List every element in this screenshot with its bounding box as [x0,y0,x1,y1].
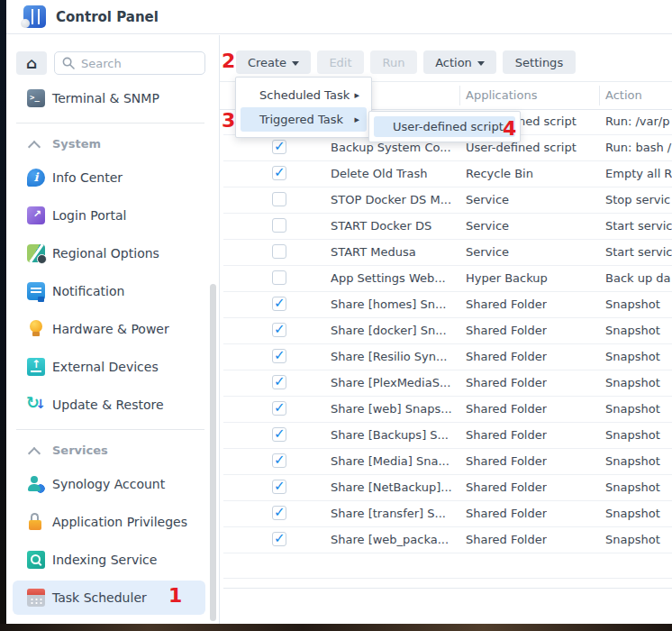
row-checkbox[interactable] [272,506,286,520]
row-checkbox[interactable] [272,297,286,311]
cell-task-name: Share [transfer] S... [331,501,446,526]
sidebar-section-system[interactable]: System [6,130,219,159]
cell-task-name: Share [Resilio Syn... [331,344,447,370]
cell-application: Shared Folder [466,344,547,370]
sidebar-item-info-center[interactable]: Info Center [6,159,219,197]
cell-task-name: Share [PlexMediaS... [331,370,450,396]
cell-application: Service [466,187,509,213]
sidebar-item-notification[interactable]: Notification [6,272,219,310]
row-checkbox[interactable] [272,192,286,206]
row-checkbox[interactable] [272,218,286,233]
table-grid-line [223,578,672,579]
row-checkbox[interactable] [272,349,286,363]
cell-task-name: STOP Docker DS M... [331,187,451,213]
annotation-step-3: 3 [222,111,235,131]
table-row[interactable]: App Settings Web... Hyper Backup Back up… [223,266,672,292]
sidebar-item-application-privileges[interactable]: Application Privileges [6,503,219,541]
run-button[interactable]: Run [370,50,417,74]
table-row[interactable]: Share [homes] Sn... Shared Folder Snapsh… [223,292,672,318]
search-icon [62,57,75,69]
menu-item-scheduled-task[interactable]: Scheduled Task ▸ [241,83,367,107]
cell-application: Shared Folder [466,370,547,396]
table-row[interactable]: START Docker DS Service Start servic [223,214,672,240]
sidebar-item-task-scheduler[interactable]: Task Scheduler [6,579,219,617]
table-row[interactable]: Share [PlexMediaS... Shared Folder Snaps… [223,370,672,397]
row-checkbox[interactable] [272,375,286,389]
table-row[interactable]: Share [NetBackup]... Shared Folder Snaps… [223,475,672,501]
table-row[interactable]: Share [Media] Sna... Shared Folder Snaps… [223,449,672,475]
home-button[interactable]: ⌂ [16,51,47,75]
cell-action: Snapshot [605,449,672,474]
sidebar-item-synology-account[interactable]: Synology Account [6,465,219,503]
column-header-action[interactable]: Action [605,82,642,109]
sidebar-item-terminal-snmp[interactable]: Terminal & SNMP [6,79,219,117]
cell-task-name: Share [web_packa... [331,527,449,553]
desktop-background: Control Panel ⌂ Termina [0,0,672,631]
table-row[interactable]: START Medusa Service Start servic [223,240,672,266]
sidebar-item-update-restore[interactable]: Update & Restore [6,386,219,424]
row-checkbox[interactable] [272,323,286,337]
row-checkbox[interactable] [272,532,286,546]
column-header-applications[interactable]: Applications [466,82,537,109]
column-separator [599,86,600,105]
cell-application: Shared Folder [466,397,547,422]
sidebar-section-services[interactable]: Services [6,436,219,465]
sidebar-system-items: Info Center Login Portal Regional Option… [6,159,219,424]
home-icon: ⌂ [26,56,37,71]
row-checkbox[interactable] [272,244,286,259]
cell-action: Snapshot [605,475,672,500]
cell-application: Recycle Bin [466,161,533,187]
create-button[interactable]: Create [236,50,311,74]
annotation-step-2: 2 [222,51,235,71]
row-checkbox[interactable] [272,270,286,285]
cell-task-name: Share [Media] Sna... [331,449,450,474]
cell-application: Shared Folder [466,527,547,553]
menu-item-user-defined-script[interactable]: User-defined script [374,116,515,137]
cell-task-name: Delete Old Trash [331,161,427,187]
triggered-task-submenu: User-defined script [368,111,521,142]
sidebar-item-hardware-power[interactable]: Hardware & Power [6,310,219,348]
row-checkbox[interactable] [272,453,286,468]
table-row[interactable]: Share [Resilio Syn... Shared Folder Snap… [223,344,672,370]
sidebar-item-indexing-service[interactable]: Indexing Service [6,541,219,579]
update-restore-icon [27,396,45,414]
submenu-arrow-icon: ▸ [354,107,359,132]
cell-task-name: Share [web] Snaps... [331,397,452,422]
cell-action: Empty all R [605,161,672,187]
sidebar-item-external-devices[interactable]: External Devices [6,348,219,386]
table-row[interactable]: STOP Docker DS M... Service Stop servic [223,187,672,214]
row-checkbox[interactable] [272,480,286,494]
table-row[interactable]: Share [Backups] S... Shared Folder Snaps… [223,423,672,449]
table-row[interactable]: Share [docker] Sn... Shared Folder Snaps… [223,318,672,344]
settings-button[interactable]: Settings [503,50,576,74]
search-box [54,51,205,75]
cell-action: Snapshot [605,318,672,343]
task-table: User-defined script Run: /var/p Backup S… [220,109,672,553]
cell-action: Snapshot [605,423,672,448]
sidebar-item-login-portal[interactable]: Login Portal [6,197,219,234]
row-checkbox[interactable] [272,401,286,416]
cell-action: Snapshot [605,501,672,526]
row-checkbox[interactable] [272,427,286,442]
table-row[interactable]: Share [web] Snaps... Shared Folder Snaps… [223,397,672,423]
sidebar-item-regional-options[interactable]: Regional Options [6,234,219,272]
action-button[interactable]: Action [423,50,496,74]
menu-item-triggered-task[interactable]: Triggered Task ▸ [241,107,367,132]
cell-action: Snapshot [605,527,672,553]
table-row[interactable]: Share [web_packa... Shared Folder Snapsh… [223,527,672,553]
cell-application: Shared Folder [466,423,547,448]
chevron-up-icon [28,447,41,460]
cell-task-name: START Docker DS [331,214,431,239]
edit-button[interactable]: Edit [317,50,364,74]
table-row[interactable]: Delete Old Trash Recycle Bin Empty all R [223,161,672,187]
regional-options-icon [27,244,45,262]
row-checkbox[interactable] [272,140,286,154]
table-row[interactable]: Share [transfer] S... Shared Folder Snap… [223,501,672,527]
login-portal-icon [27,206,45,224]
sidebar-scrollbar-thumb[interactable] [210,284,216,621]
submenu-arrow-icon: ▸ [354,83,359,107]
row-checkbox[interactable] [272,166,286,180]
cell-task-name: Share [NetBackup]... [331,475,452,500]
cell-task-name: Share [Backups] S... [331,423,449,448]
search-input[interactable] [54,51,205,75]
